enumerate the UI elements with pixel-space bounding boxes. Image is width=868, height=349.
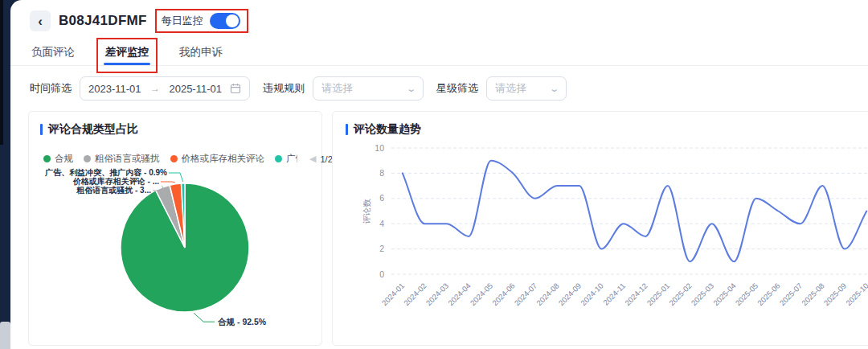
x-tick-label: 2024-06 — [490, 281, 516, 307]
y-tick-label: 2 — [379, 244, 384, 253]
x-tick-label: 2025-10 — [844, 281, 868, 307]
y-tick-label: 4 — [379, 219, 384, 228]
chevron-down-icon: ⌄ — [549, 84, 559, 94]
pie-label-leader — [169, 173, 183, 182]
back-chevron-icon: ‹ — [38, 14, 43, 28]
legend-item-1[interactable]: 粗俗语言或骚扰 — [84, 153, 160, 165]
pie-legend: 合规粗俗语言或骚扰价格或库存相关评论广告、利益冲突、推广内容◀1/2▶ — [40, 153, 310, 165]
x-tick-label: 2025-05 — [734, 281, 760, 307]
legend-label: 广告、利益冲突、推广内容 — [286, 153, 297, 165]
legend-dot-icon — [84, 155, 91, 162]
x-tick-label: 2025-09 — [822, 281, 848, 307]
daily-monitor-label: 每日监控 — [162, 14, 203, 28]
chevron-down-icon: ⌄ — [406, 84, 416, 94]
tab-bar: 负面评论差评监控我的申诉 — [10, 32, 868, 66]
annotation-box-daily-monitor: 每日监控 — [155, 9, 248, 33]
y-tick-label: 10 — [375, 143, 384, 153]
x-tick-label: 2025-03 — [690, 281, 715, 307]
legend-page-indicator: 1/2 — [320, 154, 332, 164]
pie-slice-label: 广告、利益冲突、推广内容 - 0.9% — [44, 168, 167, 177]
pie-card: 评论合规类型占比 合规粗俗语言或骚扰价格或库存相关评论广告、利益冲突、推广内容◀… — [28, 111, 322, 346]
rule-filter-placeholder: 请选择 — [321, 81, 353, 96]
y-tick-label: 6 — [379, 193, 384, 203]
cards-row: 评论合规类型占比 合规粗俗语言或骚扰价格或库存相关评论广告、利益冲突、推广内容◀… — [10, 101, 868, 346]
y-tick-label: 8 — [379, 168, 384, 178]
y-tick-label: 0 — [379, 269, 384, 279]
x-tick-label: 2024-01 — [380, 281, 406, 307]
legend-item-3[interactable]: 广告、利益冲突、推广内容 — [275, 153, 297, 165]
legend-label: 价格或库存相关评论 — [182, 153, 265, 165]
title-accent-bar — [40, 124, 43, 135]
back-button[interactable]: ‹ — [30, 10, 51, 31]
pie-slice-label: 合规 - 92.5% — [217, 317, 267, 326]
legend-label: 合规 — [55, 153, 73, 165]
x-tick-label: 2024-08 — [534, 281, 560, 307]
trend-line-series — [403, 161, 867, 262]
x-tick-label: 2025-06 — [755, 281, 781, 307]
main-content: ‹ B08J41DFMF 每日监控 负面评论差评监控我的申诉 时间筛选 2023… — [10, 0, 868, 349]
x-tick-label: 2025-07 — [778, 281, 804, 307]
time-filter-label: 时间筛选 — [30, 81, 72, 96]
x-tick-label: 2025-08 — [800, 281, 825, 307]
pie-label-leader — [194, 313, 215, 322]
page-header: ‹ B08J41DFMF 每日监控 — [10, 0, 868, 32]
x-tick-label: 2024-05 — [469, 281, 494, 307]
x-tick-label: 2024-02 — [402, 281, 428, 307]
trend-card-title-text: 评论数量趋势 — [354, 122, 421, 137]
date-end-value: 2025-11-01 — [169, 83, 222, 95]
x-tick-label: 2024-07 — [513, 281, 538, 307]
daily-monitor-toggle[interactable] — [210, 13, 240, 29]
legend-dot-icon — [170, 155, 178, 162]
app-window: ‹ B08J41DFMF 每日监控 负面评论差评监控我的申诉 时间筛选 2023… — [0, 0, 868, 349]
x-tick-label: 2025-04 — [711, 281, 737, 307]
toggle-knob-icon — [226, 14, 239, 27]
trend-card: 评论数量趋势 0246810评论数2024-012024-022024-0320… — [332, 111, 868, 346]
x-tick-label: 2024-04 — [446, 281, 472, 307]
date-arrow-icon: → — [149, 83, 162, 94]
star-filter-select[interactable]: 请选择 ⌄ — [486, 76, 567, 101]
x-tick-label: 2025-01 — [645, 281, 671, 307]
page-title: B08J41DFMF — [59, 13, 147, 29]
tab-2[interactable]: 我的申诉 — [178, 43, 224, 65]
legend-item-0[interactable]: 合规 — [43, 153, 73, 165]
date-range-input[interactable]: 2023-11-01 → 2025-11-01 — [80, 76, 250, 101]
legend-dot-icon — [275, 155, 282, 162]
star-filter-label: 星级筛选 — [436, 81, 478, 96]
title-accent-bar — [346, 124, 348, 135]
sidebar-edge — [0, 0, 10, 349]
x-tick-label: 2024-12 — [623, 281, 649, 307]
x-tick-label: 2025-02 — [667, 281, 693, 307]
tab-0[interactable]: 负面评论 — [30, 43, 76, 65]
legend-dot-icon — [43, 155, 51, 162]
rule-filter-label: 违规规则 — [263, 81, 305, 96]
x-tick-label: 2024-10 — [579, 281, 604, 307]
pie-card-title-text: 评论合规类型占比 — [48, 122, 138, 137]
pie-card-title: 评论合规类型占比 — [40, 122, 310, 137]
legend-item-2[interactable]: 价格或库存相关评论 — [170, 153, 265, 165]
trend-card-title: 评论数量趋势 — [346, 122, 868, 137]
y-axis-label: 评论数 — [362, 199, 371, 224]
date-start-value: 2023-11-01 — [88, 83, 141, 95]
filter-bar: 时间筛选 2023-11-01 → 2025-11-01 违规规则 请选择 ⌄ — [10, 66, 868, 101]
calendar-icon — [230, 83, 241, 94]
tab-1[interactable]: 差评监控 — [104, 43, 150, 65]
trend-line-chart: 0246810评论数2024-012024-022024-032024-0420… — [346, 137, 868, 322]
x-tick-label: 2024-09 — [557, 281, 583, 307]
pie-slice-label: 价格或库存相关评论 - ... — [72, 177, 159, 186]
pie-slice-label: 粗俗语言或骚扰 - 3... — [76, 186, 151, 195]
rule-filter-select[interactable]: 请选择 ⌄ — [313, 76, 424, 101]
pie-label-leader — [161, 182, 175, 183]
pie-chart[interactable]: 广告、利益冲突、推广内容 - 0.9%价格或库存相关评论 - ...粗俗语言或骚… — [40, 165, 310, 331]
sidebar-footer-stub — [0, 322, 10, 349]
x-tick-label: 2024-03 — [424, 281, 450, 307]
legend-label: 粗俗语言或骚扰 — [95, 153, 160, 165]
sidebar-edge-shadow — [0, 0, 3, 145]
x-tick-label: 2024-11 — [601, 281, 627, 307]
star-filter-placeholder: 请选择 — [495, 81, 526, 96]
legend-prev-icon[interactable]: ◀ — [309, 154, 316, 164]
